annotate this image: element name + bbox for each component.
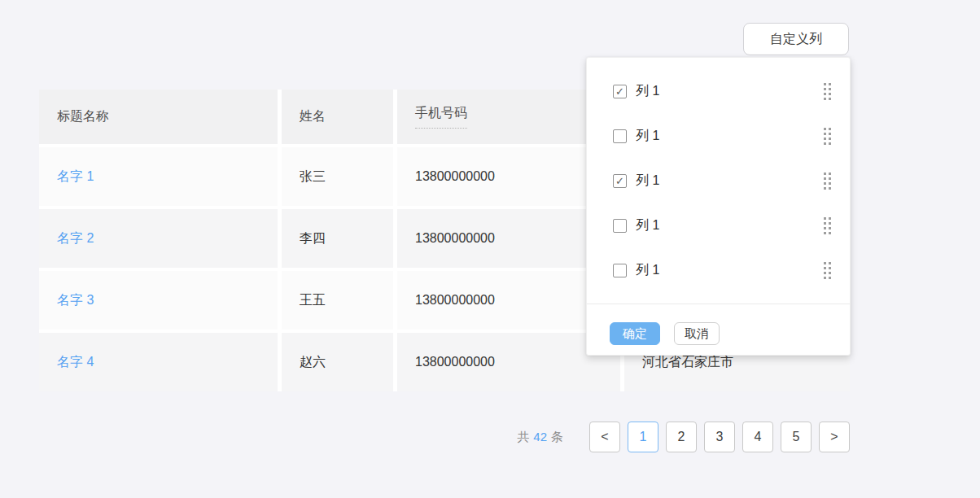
confirm-button[interactable]: 确定 (610, 322, 660, 345)
drag-handle-icon[interactable] (824, 128, 831, 145)
column-checkbox[interactable]: ✓ (613, 85, 627, 98)
total-count-value: 42 (533, 430, 547, 443)
row-title-link[interactable]: 名字 3 (57, 292, 94, 309)
page-button[interactable]: 4 (742, 422, 773, 452)
cell-name: 张三 (282, 147, 393, 206)
next-page-button[interactable]: > (819, 422, 850, 452)
column-label: 列 1 (636, 262, 824, 279)
customize-columns-button[interactable]: 自定义列 (743, 23, 849, 55)
column-toggle-item: 列 1 (587, 114, 850, 159)
column-label: 列 1 (636, 217, 824, 234)
page-button[interactable]: 1 (628, 422, 658, 452)
phone-header-tooltip-label[interactable]: 手机号码 (415, 105, 467, 129)
drag-handle-icon[interactable] (824, 262, 831, 279)
column-header-name: 姓名 (282, 90, 393, 144)
customize-columns-popup: ✓ 列 1 列 1 ✓ 列 1 列 1 列 1 确定 取消 (586, 57, 851, 356)
checkmark-icon: ✓ (615, 86, 624, 97)
column-header-title: 标题名称 (39, 90, 278, 144)
cell-title: 名字 3 (39, 271, 278, 330)
cancel-button[interactable]: 取消 (674, 322, 720, 345)
cell-name: 赵六 (282, 333, 393, 391)
cell-title: 名字 2 (39, 209, 278, 268)
column-toggle-item: ✓ 列 1 (587, 159, 850, 203)
column-checkbox[interactable]: ✓ (613, 174, 627, 188)
column-toggle-item: ✓ 列 1 (587, 69, 850, 114)
drag-handle-icon[interactable] (824, 173, 831, 190)
column-checkbox[interactable] (613, 129, 627, 143)
column-label: 列 1 (636, 128, 824, 145)
page-button[interactable]: 3 (704, 422, 735, 452)
drag-handle-icon[interactable] (824, 217, 831, 234)
total-count-label: 共42条 (517, 430, 563, 445)
popup-footer: 确定 取消 (587, 304, 850, 355)
cell-title: 名字 4 (39, 333, 278, 391)
cell-name: 王五 (282, 271, 393, 330)
column-checkbox[interactable] (613, 219, 627, 233)
drag-handle-icon[interactable] (824, 83, 831, 100)
page-button[interactable]: 5 (781, 422, 812, 452)
row-title-link[interactable]: 名字 4 (57, 354, 94, 371)
checkmark-icon: ✓ (615, 176, 624, 186)
column-label: 列 1 (636, 173, 824, 190)
page: 自定义列 标题名称 姓名 手机号码 名字 1 张三 13800000000 名字… (0, 0, 980, 498)
column-checkbox[interactable] (613, 264, 627, 277)
pager: < 1 2 3 4 5 > (589, 422, 850, 452)
column-toggle-item: 列 1 (587, 248, 850, 293)
column-label: 列 1 (636, 83, 824, 100)
column-toggle-item: 列 1 (587, 203, 850, 248)
pagination: 共42条 < 1 2 3 4 5 > (517, 422, 850, 452)
row-title-link[interactable]: 名字 1 (57, 168, 94, 186)
cell-name: 李四 (282, 209, 393, 268)
prev-page-button[interactable]: < (589, 422, 620, 452)
row-title-link[interactable]: 名字 2 (57, 230, 94, 247)
page-button[interactable]: 2 (666, 422, 697, 452)
cell-title: 名字 1 (39, 147, 278, 206)
